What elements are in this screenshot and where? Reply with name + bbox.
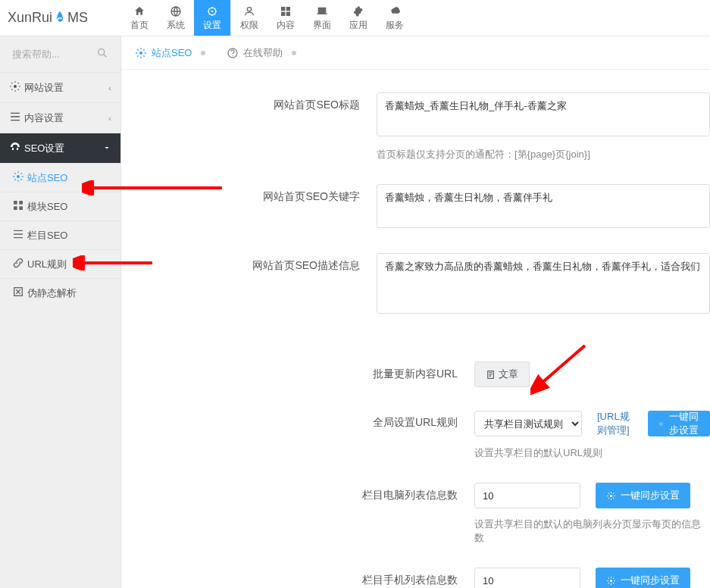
sidebar-item-rewrite[interactable]: 伪静态解析 (0, 278, 120, 307)
topnav-service[interactable]: 服务 (377, 0, 413, 36)
annotation-arrow-2 (73, 255, 156, 271)
svg-point-22 (610, 494, 612, 496)
input-seo-desc[interactable] (377, 253, 710, 314)
logo: XunRuiCMS (0, 0, 121, 36)
svg-rect-12 (14, 201, 17, 205)
svg-rect-15 (19, 206, 23, 210)
topnav-settings[interactable]: 设置 (194, 0, 230, 36)
button-article[interactable]: 文章 (474, 361, 530, 387)
topnav-auth[interactable]: 权限 (231, 0, 267, 36)
link-url-manage[interactable]: [URL规则管理] (597, 410, 633, 437)
search-icon[interactable] (96, 47, 108, 61)
topnav-ui[interactable]: 界面 (304, 0, 340, 36)
svg-point-3 (211, 11, 214, 13)
tab-site-seo[interactable]: 站点SEO (135, 46, 205, 60)
svg-rect-14 (14, 206, 17, 210)
select-url-rule[interactable]: 共享栏目测试规则 (474, 411, 582, 436)
tab-dot-icon (292, 51, 296, 55)
svg-point-17 (139, 52, 142, 55)
hint-pc-list: 设置共享栏目的默认的电脑列表分页显示每页的信息数 (474, 518, 710, 545)
input-mobile-list[interactable] (474, 568, 580, 588)
form: 网站首页SEO标题 首页标题仅支持分页的通配符：[第{page}页{join}]… (121, 70, 710, 588)
label-pc-list: 栏目电脑列表信息数 (121, 483, 474, 502)
label-global-url: 全局设置URL规则 (121, 410, 474, 430)
sidebar-group-seo[interactable]: SEO设置 (0, 133, 120, 163)
svg-point-19 (233, 55, 233, 55)
hint-seo-title: 首页标题仅支持分页的通配符：[第{page}页{join}] (377, 148, 710, 161)
button-sync-pc[interactable]: 一键同步设置 (596, 483, 690, 508)
label-batch-url: 批量更新内容URL (121, 361, 474, 381)
label-seo-title: 网站首页SEO标题 (121, 92, 377, 112)
sidebar-item-module-seo[interactable]: 模块SEO (0, 192, 120, 220)
svg-point-10 (14, 85, 17, 88)
svg-point-23 (610, 579, 612, 581)
annotation-arrow-1 (82, 180, 226, 195)
topnav-system[interactable]: 系统 (158, 0, 194, 36)
tab-dot-icon (201, 51, 205, 55)
topnav: 首页 系统 设置 权限 内容 界面 应用 服务 (121, 0, 413, 36)
svg-point-4 (247, 8, 251, 11)
sidebar-item-category-seo[interactable]: 栏目SEO (0, 220, 120, 249)
annotation-arrow-3 (530, 339, 591, 400)
svg-line-26 (540, 346, 585, 385)
topnav-content[interactable]: 内容 (267, 0, 304, 36)
main: 站点SEO 在线帮助 网站首页SEO标题 首页标题仅支持分页的通配符：[第{pa… (121, 36, 710, 588)
topnav-apps[interactable]: 应用 (340, 0, 377, 36)
input-seo-keywords[interactable] (377, 184, 710, 228)
svg-rect-5 (281, 7, 285, 11)
tab-help[interactable]: 在线帮助 (227, 46, 296, 60)
svg-point-11 (17, 175, 20, 178)
svg-point-9 (99, 49, 105, 55)
sidebar-search (0, 36, 120, 72)
hint-global-url: 设置共享栏目的默认URL规则 (474, 446, 710, 460)
svg-rect-13 (19, 201, 23, 205)
button-sync-mobile[interactable]: 一键同步设置 (596, 568, 690, 588)
sidebar-group-content[interactable]: 内容设置 ‹ (0, 102, 120, 133)
svg-point-21 (661, 423, 662, 424)
button-sync-global[interactable]: 一键同步设置 (648, 411, 710, 436)
sidebar: 网站设置 ‹ 内容设置 ‹ SEO设置 站点SEO 模块SEO 栏目SEO UR… (0, 36, 121, 588)
input-pc-list[interactable] (474, 483, 580, 508)
svg-rect-8 (286, 12, 290, 16)
input-seo-title[interactable] (377, 92, 710, 136)
sidebar-group-site[interactable]: 网站设置 ‹ (0, 72, 120, 102)
svg-rect-7 (281, 12, 285, 16)
topbar: XunRuiCMS 首页 系统 设置 权限 内容 界面 应用 服务 (0, 0, 710, 36)
tabs: 站点SEO 在线帮助 (121, 36, 710, 70)
svg-rect-6 (286, 7, 290, 11)
topnav-home[interactable]: 首页 (121, 0, 158, 36)
label-mobile-list: 栏目手机列表信息数 (121, 568, 474, 587)
label-seo-desc: 网站首页SEO描述信息 (121, 253, 377, 273)
